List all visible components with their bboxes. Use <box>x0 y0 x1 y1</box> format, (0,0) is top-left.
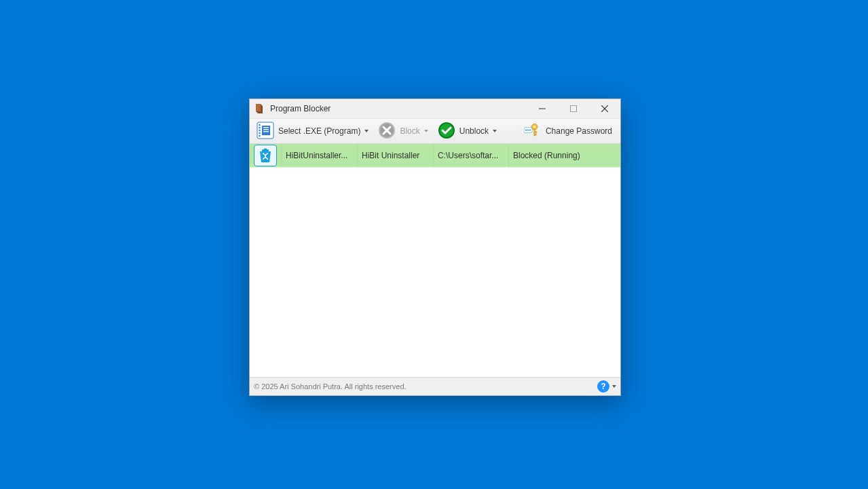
select-exe-button[interactable]: Select .EXE (Program) <box>252 121 373 141</box>
chevron-down-icon <box>424 130 428 132</box>
change-password-label: Change Password <box>546 126 612 136</box>
unblock-button[interactable]: Unblock <box>434 121 501 141</box>
svg-rect-28 <box>535 131 537 132</box>
uninstaller-icon <box>254 145 277 166</box>
row-status: Blocked (Running) <box>509 144 620 167</box>
app-window: Program Blocker <box>249 98 621 396</box>
svg-point-24 <box>529 129 531 130</box>
table-row[interactable]: HiBitUninstaller... HiBit Uninstaller C:… <box>250 144 620 168</box>
svg-rect-13 <box>263 129 269 130</box>
row-file: HiBitUninstaller... <box>282 144 358 167</box>
block-icon <box>378 122 396 141</box>
svg-rect-10 <box>259 135 261 137</box>
select-exe-label: Select .EXE (Program) <box>278 126 360 136</box>
window-title: Program Blocker <box>270 104 331 113</box>
svg-rect-31 <box>264 149 267 150</box>
minimize-button[interactable] <box>527 99 558 118</box>
svg-point-22 <box>525 129 527 130</box>
unblock-icon <box>438 122 455 141</box>
unblock-label: Unblock <box>459 126 489 136</box>
chevron-down-icon[interactable] <box>612 385 616 388</box>
svg-rect-29 <box>535 134 536 135</box>
program-list: HiBitUninstaller... HiBit Uninstaller C:… <box>250 144 620 377</box>
copyright-text: © 2025 Ari Sohandri Putra. All rights re… <box>254 382 407 391</box>
titlebar: Program Blocker <box>250 99 620 119</box>
svg-point-26 <box>533 126 535 128</box>
close-button[interactable] <box>589 99 620 118</box>
help-button[interactable]: ? <box>597 380 609 393</box>
chevron-down-icon <box>493 130 497 132</box>
row-name: HiBit Uninstaller <box>358 144 434 167</box>
program-list-icon <box>257 122 274 141</box>
maximize-button[interactable] <box>558 99 589 118</box>
svg-rect-1 <box>571 106 577 112</box>
row-path: C:\Users\softar... <box>434 144 509 167</box>
block-label: Block <box>400 126 419 136</box>
password-key-icon <box>524 122 542 141</box>
svg-rect-8 <box>259 130 261 131</box>
app-icon <box>254 103 265 114</box>
svg-rect-14 <box>263 131 269 132</box>
svg-rect-9 <box>259 132 261 134</box>
svg-point-23 <box>527 129 529 130</box>
change-password-button[interactable]: Change Password <box>520 121 616 141</box>
row-icon-cell <box>250 144 282 167</box>
svg-rect-12 <box>263 127 269 128</box>
toolbar: Select .EXE (Program) Block <box>250 119 620 144</box>
svg-rect-6 <box>259 124 261 126</box>
block-button[interactable]: Block <box>374 121 432 141</box>
statusbar: © 2025 Ari Sohandri Putra. All rights re… <box>250 377 620 395</box>
svg-rect-7 <box>259 127 261 128</box>
chevron-down-icon <box>364 130 369 132</box>
